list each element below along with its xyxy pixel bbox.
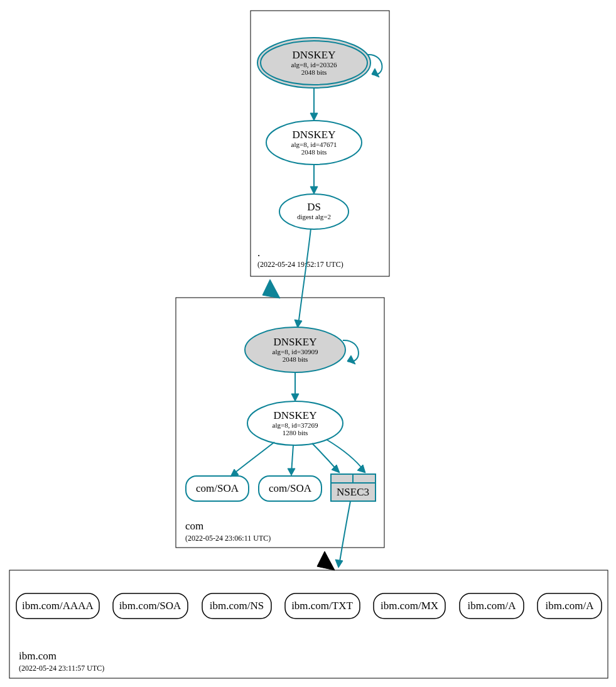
node-com-soa-1[interactable]: com/SOA: [186, 476, 249, 501]
node-root-ksk[interactable]: DNSKEY alg=8, id=20326 2048 bits: [257, 38, 370, 88]
com-zsk-title: DNSKEY: [274, 409, 317, 421]
node-root-ds[interactable]: DS digest alg=2: [279, 194, 349, 229]
com-ksk-line2: 2048 bits: [283, 355, 308, 363]
node-ibm-a1[interactable]: ibm.com/A: [460, 593, 524, 619]
svg-marker-23: [357, 465, 365, 473]
ibm-ns-title: ibm.com/NS: [210, 600, 264, 612]
com-zsk-line1: alg=8, id=37269: [273, 421, 318, 429]
svg-rect-24: [9, 570, 608, 678]
root-zsk-line2: 2048 bits: [301, 148, 327, 156]
edge-root-ksk-to-zsk: [310, 88, 318, 121]
svg-marker-26: [335, 560, 343, 568]
edge-com-ksk-to-zsk: [291, 372, 299, 401]
edge-com-to-ibm-black: [317, 551, 335, 570]
svg-marker-9: [262, 279, 280, 298]
edge-root-ds-to-com-ksk: [294, 229, 311, 328]
node-com-zsk[interactable]: DNSKEY alg=8, id=37269 1280 bits: [247, 401, 343, 445]
ibm-a1-title: ibm.com/A: [468, 600, 517, 612]
com-zsk-line2: 1280 bits: [283, 429, 308, 436]
zone-ibm: ibm.com (2022-05-24 23:11:57 UTC): [9, 570, 608, 678]
svg-marker-6: [310, 113, 318, 121]
ibm-aaaa-title: ibm.com/AAAA: [22, 600, 94, 612]
svg-marker-7: [310, 187, 318, 194]
node-com-soa-2[interactable]: com/SOA: [259, 476, 322, 501]
node-ibm-soa[interactable]: ibm.com/SOA: [113, 593, 188, 619]
zone-ibm-label: ibm.com: [19, 650, 57, 662]
com-soa1-title: com/SOA: [196, 482, 239, 494]
svg-marker-25: [317, 551, 335, 570]
svg-marker-14: [291, 394, 299, 401]
ibm-txt-title: ibm.com/TXT: [291, 600, 353, 612]
svg-marker-3: [372, 68, 379, 77]
root-ds-title: DS: [307, 201, 321, 213]
edge-nsec3-to-ibm: [335, 501, 350, 568]
edge-com-zsk-to-nsec3-a: [312, 443, 340, 473]
root-zsk-title: DNSKEY: [293, 129, 336, 141]
svg-marker-21: [288, 468, 295, 475]
zone-com-timestamp: (2022-05-24 23:06:11 UTC): [185, 534, 271, 543]
node-ibm-aaaa[interactable]: ibm.com/AAAA: [16, 593, 99, 619]
ibm-soa-title: ibm.com/SOA: [119, 600, 181, 612]
node-ibm-a2[interactable]: ibm.com/A: [538, 593, 602, 619]
root-zsk-line1: alg=8, id=47671: [291, 141, 337, 148]
edge-com-zsk-to-nsec3-b: [327, 440, 365, 473]
nsec3-title: NSEC3: [337, 486, 369, 498]
ibm-mx-title: ibm.com/MX: [381, 600, 438, 612]
node-ibm-ns[interactable]: ibm.com/NS: [202, 593, 271, 619]
root-ksk-line1: alg=8, id=20326: [291, 61, 337, 68]
node-com-ksk[interactable]: DNSKEY alg=8, id=30909 2048 bits: [245, 327, 345, 372]
edge-com-zsk-to-soa2: [288, 445, 295, 475]
zone-root-timestamp: (2022-05-24 19:52:17 UTC): [257, 260, 343, 269]
root-ds-line1: digest alg=2: [297, 213, 331, 220]
com-ksk-title: DNSKEY: [274, 336, 317, 348]
node-ibm-txt[interactable]: ibm.com/TXT: [285, 593, 360, 619]
root-ksk-line2: 2048 bits: [301, 68, 327, 76]
com-soa2-title: com/SOA: [269, 482, 312, 494]
ibm-a2-title: ibm.com/A: [546, 600, 595, 612]
svg-marker-12: [347, 355, 355, 364]
zone-root-label: .: [257, 247, 260, 259]
edge-com-zsk-to-soa1: [230, 442, 274, 477]
node-root-zsk[interactable]: DNSKEY alg=8, id=47671 2048 bits: [266, 121, 362, 165]
node-nsec3[interactable]: NSEC3: [331, 474, 376, 501]
edge-root-to-com-big: [262, 279, 280, 298]
root-ksk-title: DNSKEY: [293, 49, 336, 61]
zone-com-label: com: [185, 520, 203, 532]
node-ibm-mx[interactable]: ibm.com/MX: [374, 593, 445, 619]
com-ksk-line1: alg=8, id=30909: [273, 348, 318, 355]
zone-ibm-timestamp: (2022-05-24 23:11:57 UTC): [19, 664, 104, 673]
edge-root-zsk-to-ds: [310, 165, 318, 194]
